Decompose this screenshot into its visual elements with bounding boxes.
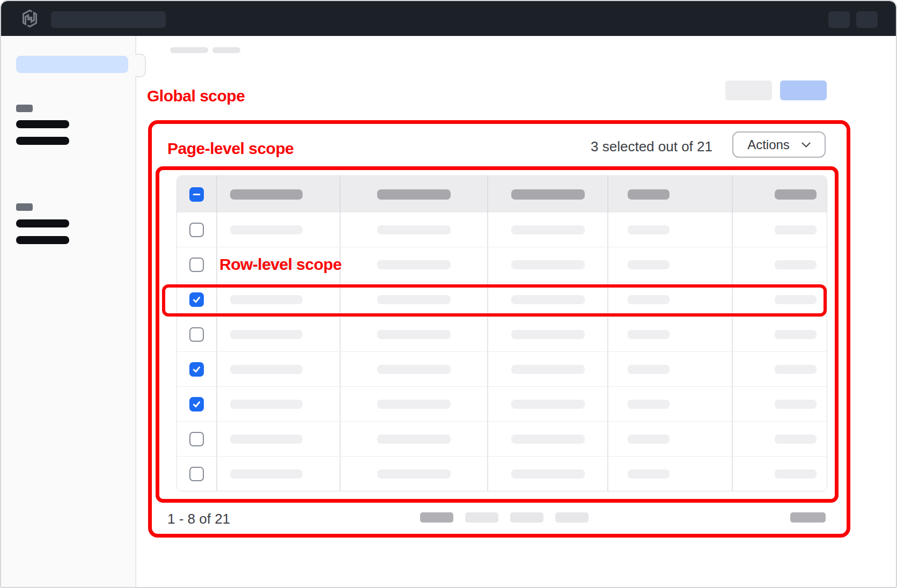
cell-placeholder xyxy=(377,225,451,234)
cell-placeholder xyxy=(775,365,817,374)
cell-placeholder xyxy=(377,435,451,444)
cell-placeholder xyxy=(628,295,670,304)
cell-placeholder xyxy=(628,365,670,374)
table-row xyxy=(177,456,827,491)
cell-placeholder xyxy=(230,225,303,234)
indeterminate-minus-icon xyxy=(192,190,201,199)
cell-placeholder xyxy=(628,260,670,269)
cell-placeholder xyxy=(775,330,817,339)
row-checkbox[interactable] xyxy=(189,397,204,411)
checkmark-icon xyxy=(192,365,201,374)
chevron-down-icon xyxy=(802,142,811,148)
row-checkbox[interactable] xyxy=(189,432,204,446)
sidebar-item[interactable] xyxy=(16,219,69,227)
column-header-placeholder xyxy=(230,189,303,200)
cell-placeholder xyxy=(628,330,670,339)
row-checkbox[interactable] xyxy=(189,223,204,237)
cell-placeholder xyxy=(511,435,585,444)
cell-placeholder xyxy=(628,400,670,409)
top-navbar xyxy=(1,1,896,36)
sidebar-item[interactable] xyxy=(16,236,69,244)
page-scope-label: Page-level scope xyxy=(167,139,293,158)
cell-placeholder xyxy=(230,400,303,409)
selection-summary: 3 selected out of 21 xyxy=(591,138,712,155)
table-header-row xyxy=(177,176,827,212)
table-row xyxy=(177,317,827,351)
checkmark-icon xyxy=(192,295,201,304)
row-checkbox[interactable] xyxy=(189,327,204,342)
cell-placeholder xyxy=(230,469,303,479)
table-row xyxy=(177,282,827,317)
cell-placeholder xyxy=(511,400,585,409)
cell-placeholder xyxy=(775,400,817,409)
checkmark-icon xyxy=(192,400,201,409)
cell-placeholder xyxy=(511,295,585,304)
table-body xyxy=(177,212,827,491)
row-checkbox[interactable] xyxy=(189,362,204,377)
cell-placeholder xyxy=(377,469,451,479)
global-scope-label: Global scope xyxy=(147,87,245,105)
nav-button-placeholder[interactable] xyxy=(856,11,878,28)
cell-placeholder xyxy=(230,365,303,374)
app-window: Global scope Page-level scope 3 selected… xyxy=(0,0,897,588)
table-row xyxy=(177,212,827,247)
row-checkbox[interactable] xyxy=(189,292,204,307)
search-input-placeholder[interactable] xyxy=(51,11,166,28)
breadcrumb-item[interactable] xyxy=(170,47,208,53)
column-header-placeholder xyxy=(775,189,817,200)
cell-placeholder xyxy=(511,469,585,479)
cell-placeholder xyxy=(377,260,451,269)
breadcrumb-item[interactable] xyxy=(212,47,240,53)
cell-placeholder xyxy=(377,330,451,339)
secondary-button-placeholder[interactable] xyxy=(725,80,772,100)
table-row xyxy=(177,386,827,421)
cell-placeholder xyxy=(628,435,670,444)
cell-placeholder xyxy=(511,225,585,234)
cell-placeholder xyxy=(628,469,670,479)
sidebar-section-label xyxy=(16,203,33,211)
row-scope-label: Row-level scope xyxy=(219,255,342,274)
sidebar-collapse-tab[interactable] xyxy=(135,54,146,77)
pagination-page-pill[interactable] xyxy=(420,512,453,523)
cell-placeholder xyxy=(377,400,451,409)
sidebar xyxy=(1,36,136,588)
cell-placeholder xyxy=(775,469,817,479)
cell-placeholder xyxy=(230,295,303,304)
sidebar-item[interactable] xyxy=(16,137,69,145)
row-checkbox[interactable] xyxy=(189,467,204,481)
cell-placeholder xyxy=(230,435,303,444)
actions-dropdown-button[interactable]: Actions xyxy=(732,131,826,158)
sidebar-active-item[interactable] xyxy=(16,56,128,73)
cell-placeholder xyxy=(377,365,451,374)
cell-placeholder xyxy=(511,260,585,269)
hashicorp-logo-icon xyxy=(21,10,39,27)
select-all-checkbox[interactable] xyxy=(189,187,204,202)
cell-placeholder xyxy=(377,295,451,304)
row-checkbox[interactable] xyxy=(189,258,204,272)
pagination-page-pill[interactable] xyxy=(510,512,543,523)
cell-placeholder xyxy=(511,365,585,374)
pagination-pages xyxy=(420,512,589,523)
cell-placeholder xyxy=(775,225,817,234)
primary-button-placeholder[interactable] xyxy=(780,80,827,100)
cell-placeholder xyxy=(511,330,585,339)
cell-placeholder xyxy=(628,225,670,234)
column-header-placeholder xyxy=(377,189,451,200)
column-header-placeholder xyxy=(628,189,670,200)
data-table xyxy=(177,175,827,491)
pagination-next-placeholder[interactable] xyxy=(790,512,826,523)
pagination-page-pill[interactable] xyxy=(555,512,589,523)
nav-button-placeholder[interactable] xyxy=(828,11,850,28)
table-row xyxy=(177,421,827,456)
cell-placeholder xyxy=(230,330,303,339)
cell-placeholder xyxy=(775,295,817,304)
sidebar-item[interactable] xyxy=(16,120,69,128)
table-row xyxy=(177,351,827,386)
pagination-page-pill[interactable] xyxy=(465,512,498,523)
pagination-summary: 1 - 8 of 21 xyxy=(167,511,230,527)
cell-placeholder xyxy=(775,260,817,269)
cell-placeholder xyxy=(775,435,817,444)
actions-button-label: Actions xyxy=(747,137,790,152)
column-header-placeholder xyxy=(511,189,585,200)
sidebar-section-label xyxy=(16,105,33,112)
